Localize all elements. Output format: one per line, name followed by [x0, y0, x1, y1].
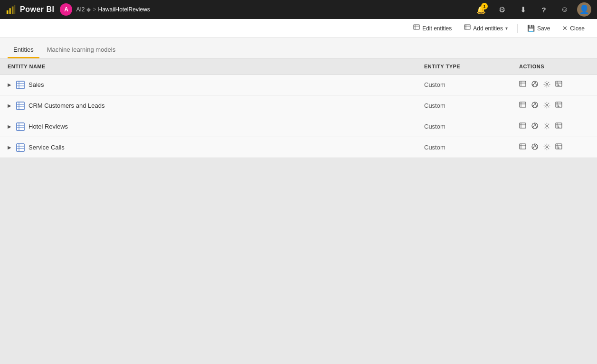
svg-point-23 [546, 83, 548, 85]
action-ml-icon[interactable] [531, 122, 539, 131]
svg-point-52 [534, 124, 536, 125]
workspace-avatar[interactable]: A [60, 3, 72, 16]
edit-entities-label: Edit entities [422, 25, 452, 32]
download-button[interactable]: ⬇ [514, 1, 531, 18]
help-button[interactable]: ? [535, 1, 552, 18]
save-icon: 💾 [527, 25, 535, 32]
action-ml-icon[interactable] [531, 143, 539, 152]
table-row: ▶ Service Calls Custom [0, 137, 597, 158]
svg-point-57 [546, 125, 548, 127]
action-export-icon[interactable] [555, 122, 562, 131]
action-settings-icon[interactable] [543, 102, 550, 110]
entity-name-cell-service-calls: ▶ Service Calls [0, 137, 417, 158]
edit-entities-icon [413, 24, 420, 32]
feedback-button[interactable]: ☺ [556, 1, 573, 18]
breadcrumb-separator: ◆ [86, 6, 91, 13]
action-edit-icon[interactable] [519, 122, 526, 131]
entity-table-icon [16, 102, 25, 110]
col-header-actions: ACTIONS [512, 59, 597, 75]
row-expand-icon[interactable]: ▶ [8, 82, 11, 87]
workspace-name: AI2 [76, 6, 85, 13]
action-settings-icon[interactable] [543, 143, 550, 152]
svg-rect-61 [17, 144, 24, 151]
entity-table-icon [16, 81, 25, 89]
entity-name-cell-crm: ▶ CRM Customers and Leads [0, 95, 417, 116]
col-header-entity-name: ENTITY NAME [0, 59, 417, 75]
action-export-icon[interactable] [555, 102, 562, 110]
tab-ml-models[interactable]: Machine learning models [41, 41, 122, 58]
entity-name: Service Calls [28, 144, 65, 151]
svg-line-72 [533, 146, 535, 148]
table-header-row: ENTITY NAME ENTITY TYPE ACTIONS [0, 59, 597, 75]
entity-type-cell-crm: Custom [417, 95, 512, 116]
svg-line-73 [535, 146, 536, 148]
row-expand-icon[interactable]: ▶ [8, 103, 11, 108]
edit-entities-button[interactable]: Edit entities [408, 22, 456, 34]
tab-entities[interactable]: Entities [8, 41, 39, 58]
add-entities-label: Add entities [473, 25, 503, 32]
current-page: HawaiiHotelReviews [98, 6, 150, 13]
svg-rect-7 [464, 25, 470, 29]
notification-badge: 1 [481, 3, 488, 9]
add-entities-dropdown-arrow: ▾ [505, 26, 508, 31]
logo-text: Power BI [20, 5, 54, 14]
action-export-icon[interactable] [555, 81, 562, 89]
close-label: Close [570, 25, 585, 32]
entity-type-cell-service-calls: Custom [417, 137, 512, 158]
action-ml-icon[interactable] [531, 80, 539, 89]
row-expand-icon[interactable]: ▶ [8, 124, 11, 129]
entity-name: Hotel Reviews [28, 123, 68, 130]
entity-actions-cell-hotel-reviews [512, 116, 597, 137]
svg-point-69 [534, 145, 536, 146]
topbar: Power BI A AI2 ◆ > HawaiiHotelReviews 🔔 … [0, 0, 597, 19]
download-icon: ⬇ [520, 5, 526, 14]
svg-line-56 [535, 125, 536, 127]
svg-line-39 [535, 104, 536, 106]
main-content: ENTITY NAME ENTITY TYPE ACTIONS ▶ [0, 59, 597, 364]
svg-rect-65 [520, 144, 526, 149]
action-edit-icon[interactable] [519, 81, 526, 89]
table-row: ▶ Hotel Reviews Custom [0, 116, 597, 137]
entity-name: Sales [28, 81, 44, 88]
add-entities-button[interactable]: Add entities ▾ [459, 22, 512, 34]
settings-icon: ⚙ [499, 5, 505, 14]
tabs: Entities Machine learning models [0, 38, 597, 59]
svg-rect-14 [520, 81, 526, 86]
close-button[interactable]: ✕ Close [558, 23, 589, 34]
entity-type-cell-sales: Custom [417, 75, 512, 95]
row-expand-icon[interactable]: ▶ [8, 145, 11, 150]
action-edit-icon[interactable] [519, 102, 526, 110]
svg-line-21 [533, 84, 535, 85]
entity-type-value: Custom [424, 81, 445, 88]
entity-actions-cell-crm [512, 95, 597, 116]
save-label: Save [537, 25, 550, 32]
entity-type-value: Custom [424, 102, 445, 109]
save-button[interactable]: 💾 Save [522, 23, 555, 34]
entity-name: CRM Customers and Leads [28, 102, 104, 109]
action-ml-icon[interactable] [531, 101, 539, 110]
entity-table-wrapper: ENTITY NAME ENTITY TYPE ACTIONS ▶ [0, 59, 597, 158]
user-avatar[interactable]: 👤 [577, 2, 591, 17]
svg-line-38 [533, 104, 535, 106]
entity-name-cell-sales: ▶ Sales [0, 75, 417, 95]
table-row: ▶ CRM Customers and Leads Custom [0, 95, 597, 116]
action-settings-icon[interactable] [543, 81, 550, 89]
user-avatar-icon: 👤 [579, 4, 589, 15]
toolbar-divider [517, 24, 518, 33]
entity-name-cell-hotel-reviews: ▶ Hotel Reviews [0, 116, 417, 137]
svg-point-18 [534, 82, 536, 84]
svg-rect-1 [9, 8, 11, 14]
svg-rect-27 [17, 102, 24, 110]
action-export-icon[interactable] [555, 143, 562, 152]
svg-rect-31 [520, 102, 526, 107]
svg-point-40 [546, 104, 548, 106]
settings-button[interactable]: ⚙ [493, 1, 511, 18]
entity-table-icon [16, 122, 25, 131]
entity-type-cell-hotel-reviews: Custom [417, 116, 512, 137]
action-edit-icon[interactable] [519, 143, 526, 152]
action-settings-icon[interactable] [543, 122, 550, 131]
topbar-logo: Power BI [6, 4, 54, 15]
help-icon: ? [541, 6, 546, 14]
svg-line-22 [535, 84, 536, 85]
notification-button[interactable]: 🔔 1 [473, 1, 490, 18]
